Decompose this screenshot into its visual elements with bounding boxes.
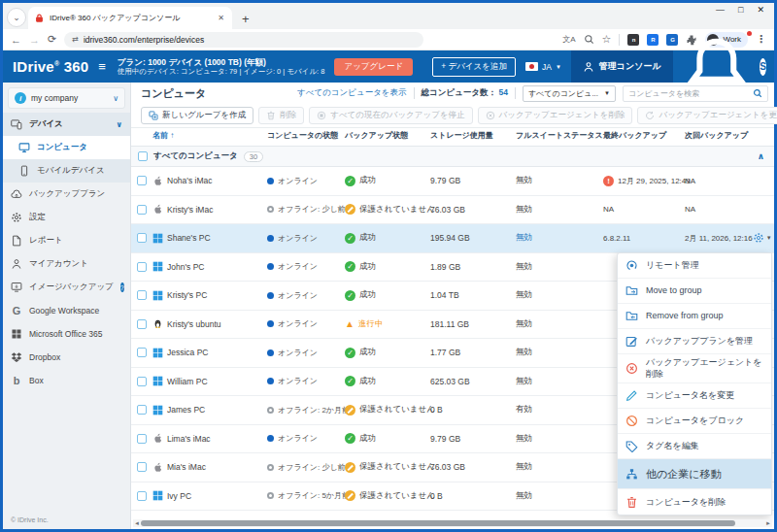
next-backup: NA (685, 177, 749, 185)
row-settings-button[interactable]: ▼ (753, 232, 772, 244)
toolbar-button[interactable]: バックアップエージェントを削除 (478, 107, 633, 124)
hamburger-menu-icon[interactable]: ≡ (98, 59, 106, 74)
new-tab-button[interactable]: + (232, 12, 259, 29)
scroll-left-icon[interactable]: ◄ (133, 520, 141, 526)
row-checkbox[interactable] (137, 491, 147, 501)
row-checkbox[interactable] (137, 377, 147, 386)
menu-item[interactable]: コンピュータを削除 (618, 489, 771, 515)
menu-item[interactable]: タグ名を編集 (618, 434, 771, 459)
row-checkbox[interactable] (137, 434, 147, 444)
back-icon[interactable]: ← (11, 34, 21, 46)
search-icon[interactable] (753, 88, 762, 98)
language-selector[interactable]: JA ▼ (525, 62, 561, 72)
horizontal-scrollbar[interactable]: ◄ ► (133, 519, 772, 527)
group-row-all-computers[interactable]: すべてのコンピュータ 30 ∧ (131, 147, 774, 167)
maximize-button[interactable]: □ (738, 5, 743, 15)
row-checkbox[interactable] (137, 205, 147, 215)
scrollbar-thumb[interactable] (141, 520, 735, 526)
row-checkbox[interactable] (137, 262, 147, 272)
admin-console-button[interactable]: 管理コンソール (571, 50, 673, 83)
site-settings-icon[interactable]: ⇄ (72, 35, 78, 44)
tab-close-icon[interactable]: ✕ (216, 14, 226, 22)
column-header[interactable]: コンピュータの状態 (267, 130, 345, 141)
gear-icon (753, 232, 764, 244)
sidebar-item-my-account[interactable]: マイアカウント (3, 252, 130, 276)
sidebar-item-microsoft-office-365[interactable]: Microsoft Office 365 (3, 322, 130, 346)
row-checkbox[interactable] (137, 290, 147, 300)
minimize-button[interactable]: — (716, 5, 725, 15)
storage-used: 195.94 GB (430, 233, 516, 243)
translate-icon[interactable]: 文A (562, 34, 575, 45)
row-checkbox[interactable] (137, 233, 147, 243)
group-checkbox[interactable] (138, 151, 148, 161)
search-input[interactable] (628, 89, 749, 98)
toolbar-button[interactable]: 削除 (258, 107, 304, 124)
close-button[interactable]: ✕ (757, 5, 764, 15)
menu-item[interactable]: コンピュータをブロック (618, 409, 771, 434)
copyright: © IDrive Inc. (3, 511, 130, 529)
computer-state: オフライン: 5か月前 (278, 490, 350, 501)
row-checkbox[interactable] (137, 405, 147, 415)
row-checkbox[interactable] (137, 176, 147, 185)
toolbar-button[interactable]: バックアップエージェントを更新 (637, 107, 777, 124)
idrive-favicon-icon (34, 13, 45, 23)
sidebar-item-devices[interactable]: デバイス∨ (3, 113, 130, 136)
sidebar-item-box[interactable]: bBox (3, 369, 130, 392)
table-row[interactable]: Shane's PCオンライン✓成功195.94 GB無効6.8.2.112月 … (131, 224, 774, 253)
menu-item[interactable]: バックアッププランを管理 (618, 329, 771, 354)
forward-icon[interactable]: → (29, 34, 40, 46)
help-badge[interactable]: ? (120, 283, 124, 292)
column-header[interactable]: フルスイートステータス (516, 130, 603, 141)
company-selector[interactable]: i my company ∨ (8, 87, 125, 109)
row-checkbox[interactable] (137, 348, 147, 357)
table-row[interactable]: Noha's iMacオンライン✓成功9.79 GB無効!12月 29, 202… (131, 167, 774, 196)
upgrade-button[interactable]: アップグレード (334, 58, 413, 76)
address-bar[interactable]: ⇄ idrive360.com/enterprise/devices (64, 32, 423, 48)
column-header[interactable]: バックアップ状態 (345, 130, 430, 141)
menu-item[interactable]: リモート管理 (618, 253, 771, 279)
scroll-right-icon[interactable]: ► (764, 520, 772, 526)
computer-filter-dropdown[interactable]: すべてのコンピュ...▼ (523, 85, 616, 102)
sidebar-item-dropbox[interactable]: Dropbox (3, 346, 130, 369)
sidebar-item-label: 設定 (29, 212, 46, 223)
last-backup: NA (603, 205, 614, 214)
sidebar-item-computers[interactable]: コンピュータ (3, 136, 130, 159)
plan-info: プラン: 1000 デバイス (1000 TB) (年額) 使用中のデバイス: … (118, 57, 325, 77)
row-checkbox[interactable] (137, 462, 147, 472)
menu-item[interactable]: コンピュータ名を変更 (618, 383, 771, 409)
sidebar-item-settings[interactable]: 設定 (3, 206, 130, 229)
show-all-computers-link[interactable]: すべてのコンピュータを表示 (297, 87, 407, 99)
column-header[interactable]: 名前 ↑ (152, 130, 267, 141)
browser-tab[interactable]: IDrive® 360 バックアップコンソール ✕ (28, 7, 232, 29)
reload-icon[interactable]: ⟳ (48, 33, 56, 46)
menu-item[interactable]: バックアップエージェントを削除 (618, 354, 771, 383)
column-header[interactable]: 最終バックアップ (603, 130, 685, 141)
extension-icon[interactable]: R (647, 34, 659, 46)
toolbar-button[interactable]: 新しいグループを作成 (141, 107, 253, 124)
sidebar-item-backup-plan[interactable]: バックアッププラン (3, 183, 130, 206)
windows-icon (152, 490, 163, 501)
sidebar-item-google-workspace[interactable]: GGoogle Workspace (3, 299, 130, 322)
chrome-menu-icon[interactable]: ⋮ (756, 33, 766, 46)
extension-icon[interactable]: G (666, 34, 678, 46)
collapse-chevron-icon[interactable]: ∧ (758, 151, 764, 161)
sidebar-item-reports[interactable]: レポート (3, 229, 130, 252)
extension-icon[interactable]: n (627, 34, 639, 46)
online-dot-icon (267, 178, 274, 184)
search-icon[interactable] (584, 34, 594, 45)
column-header[interactable]: ストレージ使用量 (430, 130, 516, 141)
user-avatar[interactable]: S (760, 58, 766, 76)
sidebar-item-mobile-devices[interactable]: モバイルデバイス (3, 159, 130, 183)
table-row[interactable]: Kristy's iMacオフライン: 少し前保護されていません76.03 GB… (131, 196, 774, 225)
tab-search-chevron-icon[interactable]: ⌄ (7, 8, 26, 27)
toolbar-button[interactable]: すべての現在のバックアップを停止 (309, 107, 472, 124)
add-device-button[interactable]: + デバイスを追加 (432, 57, 516, 77)
menu-item[interactable]: 他の企業に移動 (618, 459, 771, 489)
bookmark-star-icon[interactable]: ☆ (602, 33, 612, 46)
column-header[interactable]: 次回バックアップ (685, 130, 749, 141)
menu-item-label: Remove from group (646, 311, 724, 322)
row-checkbox[interactable] (137, 319, 147, 329)
menu-item[interactable]: Move to group (618, 279, 771, 304)
sidebar-item-image-backup[interactable]: イメージバックアップ? (3, 276, 130, 299)
menu-item[interactable]: Remove from group (618, 304, 771, 329)
